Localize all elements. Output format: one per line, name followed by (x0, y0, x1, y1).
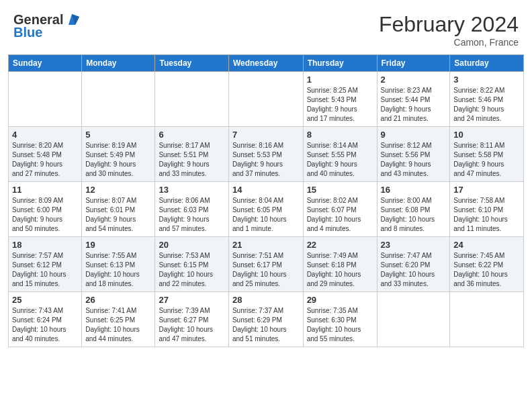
day-number: 18 (12, 240, 78, 250)
day-info: Sunrise: 8:04 AM Sunset: 6:05 PM Dayligh… (232, 196, 300, 234)
day-info: Sunrise: 7:47 AM Sunset: 6:20 PM Dayligh… (381, 251, 447, 289)
day-info: Sunrise: 7:41 AM Sunset: 6:25 PM Dayligh… (85, 306, 151, 344)
day-number: 11 (12, 185, 78, 195)
calendar-cell: 5Sunrise: 8:19 AM Sunset: 5:49 PM Daylig… (82, 127, 155, 182)
day-number: 27 (159, 295, 224, 305)
calendar-week-4: 25Sunrise: 7:43 AM Sunset: 6:24 PM Dayli… (9, 292, 524, 347)
title-area: February 2024 Camon, France (379, 12, 519, 48)
calendar-cell: 28Sunrise: 7:37 AM Sunset: 6:29 PM Dayli… (228, 292, 303, 347)
day-info: Sunrise: 8:11 AM Sunset: 5:58 PM Dayligh… (453, 141, 520, 179)
page: General Blue February 2024 Camon, France… (0, 0, 532, 411)
day-number: 10 (453, 130, 520, 140)
calendar-cell: 29Sunrise: 7:35 AM Sunset: 6:30 PM Dayli… (303, 292, 377, 347)
calendar-header: Sunday Monday Tuesday Wednesday Thursday… (9, 55, 524, 72)
calendar-cell: 10Sunrise: 8:11 AM Sunset: 5:58 PM Dayli… (450, 127, 524, 182)
calendar-cell: 16Sunrise: 8:00 AM Sunset: 6:08 PM Dayli… (377, 182, 450, 237)
day-number: 25 (12, 295, 78, 305)
day-number: 22 (307, 240, 373, 250)
day-info: Sunrise: 7:45 AM Sunset: 6:22 PM Dayligh… (453, 251, 520, 289)
subtitle: Camon, France (379, 37, 519, 48)
day-info: Sunrise: 8:12 AM Sunset: 5:56 PM Dayligh… (381, 141, 447, 179)
day-number: 26 (85, 295, 151, 305)
calendar-cell: 17Sunrise: 7:58 AM Sunset: 6:10 PM Dayli… (450, 182, 524, 237)
calendar-cell: 24Sunrise: 7:45 AM Sunset: 6:22 PM Dayli… (450, 237, 524, 292)
col-sunday: Sunday (9, 55, 82, 72)
day-info: Sunrise: 8:17 AM Sunset: 5:51 PM Dayligh… (159, 141, 224, 179)
calendar-cell: 22Sunrise: 7:49 AM Sunset: 6:18 PM Dayli… (303, 237, 377, 292)
calendar-cell (155, 72, 228, 127)
col-saturday: Saturday (450, 55, 524, 72)
day-info: Sunrise: 7:53 AM Sunset: 6:15 PM Dayligh… (159, 251, 224, 289)
calendar-cell: 20Sunrise: 7:53 AM Sunset: 6:15 PM Dayli… (155, 237, 228, 292)
day-number: 16 (381, 185, 447, 195)
calendar-week-3: 18Sunrise: 7:57 AM Sunset: 6:12 PM Dayli… (9, 237, 524, 292)
day-number: 8 (307, 130, 373, 140)
day-number: 2 (381, 75, 447, 85)
day-info: Sunrise: 8:09 AM Sunset: 6:00 PM Dayligh… (12, 196, 78, 234)
day-info: Sunrise: 8:22 AM Sunset: 5:46 PM Dayligh… (453, 86, 520, 124)
day-info: Sunrise: 7:57 AM Sunset: 6:12 PM Dayligh… (12, 251, 78, 289)
calendar-week-0: 1Sunrise: 8:25 AM Sunset: 5:43 PM Daylig… (9, 72, 524, 127)
day-number: 23 (381, 240, 447, 250)
day-number: 15 (307, 185, 373, 195)
day-info: Sunrise: 8:16 AM Sunset: 5:53 PM Dayligh… (232, 141, 300, 179)
calendar-cell: 11Sunrise: 8:09 AM Sunset: 6:00 PM Dayli… (9, 182, 82, 237)
calendar-cell: 27Sunrise: 7:39 AM Sunset: 6:27 PM Dayli… (155, 292, 228, 347)
day-number: 28 (232, 295, 300, 305)
logo-blue-text: Blue (13, 25, 81, 40)
day-number: 20 (159, 240, 224, 250)
calendar-cell (82, 72, 155, 127)
calendar-cell: 23Sunrise: 7:47 AM Sunset: 6:20 PM Dayli… (377, 237, 450, 292)
logo: General Blue (13, 12, 81, 40)
calendar-cell (228, 72, 303, 127)
day-info: Sunrise: 7:51 AM Sunset: 6:17 PM Dayligh… (232, 251, 300, 289)
calendar-cell: 19Sunrise: 7:55 AM Sunset: 6:13 PM Dayli… (82, 237, 155, 292)
day-info: Sunrise: 8:25 AM Sunset: 5:43 PM Dayligh… (307, 86, 373, 124)
col-monday: Monday (82, 55, 155, 72)
calendar-wrapper: Sunday Monday Tuesday Wednesday Thursday… (0, 54, 532, 353)
header-row: Sunday Monday Tuesday Wednesday Thursday… (9, 55, 524, 72)
calendar-cell: 4Sunrise: 8:20 AM Sunset: 5:48 PM Daylig… (9, 127, 82, 182)
calendar-body: 1Sunrise: 8:25 AM Sunset: 5:43 PM Daylig… (9, 72, 524, 347)
calendar-cell: 21Sunrise: 7:51 AM Sunset: 6:17 PM Dayli… (228, 237, 303, 292)
day-info: Sunrise: 7:35 AM Sunset: 6:30 PM Dayligh… (307, 306, 373, 344)
day-info: Sunrise: 8:06 AM Sunset: 6:03 PM Dayligh… (159, 196, 224, 234)
day-info: Sunrise: 7:49 AM Sunset: 6:18 PM Dayligh… (307, 251, 373, 289)
calendar-cell: 2Sunrise: 8:23 AM Sunset: 5:44 PM Daylig… (377, 72, 450, 127)
day-number: 19 (85, 240, 151, 250)
col-thursday: Thursday (303, 55, 377, 72)
col-tuesday: Tuesday (155, 55, 228, 72)
day-info: Sunrise: 7:39 AM Sunset: 6:27 PM Dayligh… (159, 306, 224, 344)
calendar-cell: 12Sunrise: 8:07 AM Sunset: 6:01 PM Dayli… (82, 182, 155, 237)
calendar-cell (377, 292, 450, 347)
day-number: 21 (232, 240, 300, 250)
day-number: 13 (159, 185, 224, 195)
day-info: Sunrise: 7:43 AM Sunset: 6:24 PM Dayligh… (12, 306, 78, 344)
col-wednesday: Wednesday (228, 55, 303, 72)
calendar-cell: 14Sunrise: 8:04 AM Sunset: 6:05 PM Dayli… (228, 182, 303, 237)
day-number: 29 (307, 295, 373, 305)
calendar-cell: 15Sunrise: 8:02 AM Sunset: 6:07 PM Dayli… (303, 182, 377, 237)
day-info: Sunrise: 8:07 AM Sunset: 6:01 PM Dayligh… (85, 196, 151, 234)
day-info: Sunrise: 8:00 AM Sunset: 6:08 PM Dayligh… (381, 196, 447, 234)
calendar-cell: 7Sunrise: 8:16 AM Sunset: 5:53 PM Daylig… (228, 127, 303, 182)
calendar-cell: 18Sunrise: 7:57 AM Sunset: 6:12 PM Dayli… (9, 237, 82, 292)
calendar-cell: 26Sunrise: 7:41 AM Sunset: 6:25 PM Dayli… (82, 292, 155, 347)
day-number: 3 (453, 75, 520, 85)
day-number: 1 (307, 75, 373, 85)
day-number: 12 (85, 185, 151, 195)
day-info: Sunrise: 8:23 AM Sunset: 5:44 PM Dayligh… (381, 86, 447, 124)
col-friday: Friday (377, 55, 450, 72)
header: General Blue February 2024 Camon, France (0, 0, 532, 54)
calendar-cell (9, 72, 82, 127)
day-number: 17 (453, 185, 520, 195)
day-info: Sunrise: 7:58 AM Sunset: 6:10 PM Dayligh… (453, 196, 520, 234)
calendar-week-1: 4Sunrise: 8:20 AM Sunset: 5:48 PM Daylig… (9, 127, 524, 182)
calendar-cell: 1Sunrise: 8:25 AM Sunset: 5:43 PM Daylig… (303, 72, 377, 127)
day-info: Sunrise: 8:14 AM Sunset: 5:55 PM Dayligh… (307, 141, 373, 179)
calendar-cell: 13Sunrise: 8:06 AM Sunset: 6:03 PM Dayli… (155, 182, 228, 237)
day-info: Sunrise: 8:19 AM Sunset: 5:49 PM Dayligh… (85, 141, 151, 179)
calendar-cell: 8Sunrise: 8:14 AM Sunset: 5:55 PM Daylig… (303, 127, 377, 182)
day-number: 9 (381, 130, 447, 140)
calendar-table: Sunday Monday Tuesday Wednesday Thursday… (8, 54, 524, 347)
